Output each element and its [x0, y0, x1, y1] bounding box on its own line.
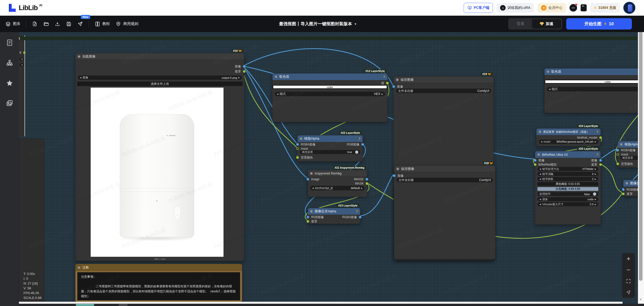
download-button[interactable]: [55, 21, 60, 27]
node-title-bar[interactable]: Inspyrenet Rembg: [308, 170, 367, 177]
slot-dot[interactable]: [616, 153, 619, 156]
slot-dot[interactable]: [361, 143, 364, 146]
slot-dot[interactable]: [599, 136, 602, 139]
node-graph-canvas[interactable]: ▶ ▶ 罩 #41 T: 0.00s I: 0 N: 27 [16] V: 56…: [0, 32, 638, 302]
notes-panel-button[interactable]: [5, 38, 14, 47]
slot-dot[interactable]: [366, 178, 368, 181]
slot-dot[interactable]: [296, 147, 299, 150]
membership-button[interactable]: ♥ 会员中心: [537, 3, 566, 13]
upload-button[interactable]: 选择文件上传: [77, 82, 243, 86]
recharge-button[interactable]: 31804 充值: [590, 3, 620, 13]
node-birefnet-ultra-v2-25[interactable]: #25 LayerStyleBiRefNet Ultra V2?图像图像BiRe…: [535, 151, 601, 225]
node-title-bar[interactable]: 保存图像: [394, 166, 495, 172]
node-title-bar[interactable]: 加载图像: [76, 53, 244, 60]
node-load-image-10[interactable]: #10加载图像图像遮罩◀图像output 5.png▶选择文件上传880 x 1…: [75, 53, 244, 261]
favorites-button[interactable]: [5, 79, 14, 87]
node-title-bar[interactable]: 图像合并Alpha?: [308, 208, 360, 215]
commercial-rules-button[interactable]: 商用规则: [115, 21, 138, 27]
new-file-button[interactable]: [32, 21, 38, 27]
gallery-button[interactable]: 图库: [5, 21, 20, 27]
slot-dot[interactable]: [359, 216, 361, 218]
node-title-bar[interactable]: 取色器: [544, 68, 638, 75]
widget-model[interactable]: ◀modelBiRefNet-general-epoch_244.pth▶: [539, 140, 598, 144]
node-tree-button[interactable]: [5, 59, 14, 67]
liblib-logo[interactable]: LibLib AI: [7, 3, 42, 13]
widget-细节消融[interactable]: ◀细节消融4▶: [537, 172, 598, 176]
node-title-bar[interactable]: 图像合并Alpha: [623, 180, 638, 187]
slot-dot[interactable]: [622, 193, 625, 195]
slot-dot[interactable]: [599, 159, 602, 162]
widget-Vitmatte最大尺寸[interactable]: ◀Vitmatte最大尺寸2.0▶: [537, 202, 598, 206]
horizontal-scrollbar[interactable]: [19, 302, 623, 304]
widget-图像[interactable]: ◀图像output 5.png▶: [78, 75, 242, 80]
scrollbar-thumb[interactable]: [639, 18, 642, 281]
generate-button[interactable]: 开始生图 10: [566, 18, 632, 30]
pc-client-button[interactable]: PC客户端: [464, 3, 493, 13]
fit-view-button[interactable]: [622, 276, 635, 286]
messages-button[interactable]: ⋯: [569, 4, 577, 12]
save-button[interactable]: [66, 21, 72, 27]
widget-模式[interactable]: ◀模式HEX▶: [547, 87, 638, 91]
threshold-bar[interactable]: 白色阈值: 0.99 0.99: [537, 187, 598, 191]
node-title-bar[interactable]: 移除Alpha: [618, 141, 638, 148]
pan-mode-button[interactable]: [622, 287, 635, 297]
node-remove-alpha-22[interactable]: #22 LayerStyle移除Alpha?RGBA图像RGB图像mask填充背…: [297, 135, 363, 162]
node-note[interactable]: 注释注意事项: 二号抠图和三号抠图带有抠图模型，抠图的效果需要看有些模型对某个东…: [75, 264, 242, 302]
widget-torchscript_jit[interactable]: ◀torchscript_jitdefault▶: [310, 186, 365, 190]
toggle-处理细节[interactable]: 处理细节false: [537, 192, 598, 196]
partial-widget[interactable]: ▶: [19, 63, 24, 66]
orders-button[interactable]: [581, 4, 587, 11]
mode-fast-tab[interactable]: 加速: [532, 19, 561, 29]
slot-dot[interactable]: [599, 163, 602, 166]
slot-dot[interactable]: [243, 70, 245, 73]
node-title-bar[interactable]: 移除Alpha?: [298, 135, 363, 142]
mode-normal-tab[interactable]: 普通: [509, 21, 532, 26]
slot-dot[interactable]: [386, 82, 389, 84]
slot-dot[interactable]: [392, 85, 395, 88]
color-swatch[interactable]: color: [545, 80, 638, 84]
slot-dot[interactable]: [393, 174, 395, 177]
user-avatar[interactable]: [623, 2, 635, 14]
node-load-birefnet-model-24[interactable]: #24 LayerStyle图层遮罩: 加载BiRefNet模型（高级）?bir…: [536, 128, 601, 146]
publish-button[interactable]: New: [77, 21, 83, 27]
node-save-image-18[interactable]: #18保存图像图像文件名前缀ComfyUI: [394, 165, 496, 259]
node-color-picker-right[interactable]: 取色器值color◀模式HEX▶: [544, 68, 638, 113]
open-folder-button[interactable]: [43, 21, 49, 27]
node-inspyrenet-rembg-21[interactable]: #21 Inspyrenet-RembgInspyrenet Rembgimag…: [308, 170, 367, 197]
slot-dot[interactable]: [243, 65, 245, 68]
node-title-bar[interactable]: 取色器?: [273, 73, 387, 80]
widget-模式[interactable]: ◀模式HEX▶: [275, 92, 385, 96]
train-lora-button[interactable]: ◇ 训练我的LoRA: [497, 3, 534, 13]
node-color-picker-12[interactable]: #12 LayerStyle取色器?值color◀模式HEX▶: [272, 73, 388, 122]
node-title-bar[interactable]: 图层遮罩: 加载BiRefNet模型（高级）?: [536, 129, 601, 135]
color-swatch[interactable]: color: [273, 85, 387, 89]
node-41-partial[interactable]: ▶ ▶ 罩: [19, 35, 25, 136]
workflow-title[interactable]: 最强抠图丨导入图片一键抠图封装版本 ▼: [279, 16, 357, 32]
widget-细节处理方法[interactable]: ◀细节处理方法VITMatte▶: [537, 167, 598, 171]
widget-文件名前缀[interactable]: 文件名前缀ComfyUI: [396, 89, 491, 93]
slot-dot[interactable]: [616, 163, 619, 165]
toggle-填充背景[interactable]: 填充背景true: [620, 156, 638, 160]
vertical-scrollbar[interactable]: ▼: [638, 16, 644, 306]
node-remove-alpha-right[interactable]: 移除AlphaRGBA图像RGB图像mask填充背景true背景颜色: [617, 141, 638, 168]
widget-设备[interactable]: ◀设备cuda▶: [537, 197, 598, 201]
slot-dot[interactable]: [296, 156, 299, 159]
node-merge-alpha-right[interactable]: 图像合并AlphaRGB图像RGBA图像遮罩: [623, 180, 638, 196]
slot-dot[interactable]: [23, 52, 26, 54]
toggle-填充背景[interactable]: 填充背景true: [300, 150, 360, 154]
widget-文件名前缀[interactable]: 文件名前缀ComfyUI: [397, 178, 493, 182]
zoom-in-button[interactable]: +: [622, 253, 635, 264]
assets-button[interactable]: [5, 99, 14, 108]
node-merge-alpha-23[interactable]: #23 LayerStyle图像合并Alpha?RGB图像RGBA图像遮罩: [308, 208, 360, 224]
zoom-out-button[interactable]: −: [622, 265, 635, 275]
slot-dot[interactable]: [366, 182, 368, 185]
node-title-bar[interactable]: 保存图像: [394, 76, 493, 83]
node-title-bar[interactable]: 注释: [76, 264, 242, 271]
threshold-bar[interactable]: 黑色阈值: 0.01 0.01: [537, 182, 598, 186]
widget-细节膨胀[interactable]: ◀细节膨胀2▶: [537, 177, 598, 181]
node-title-bar[interactable]: BiRefNet Ultra V2?: [535, 151, 601, 158]
scroll-down-icon[interactable]: ▼: [639, 298, 642, 301]
tutorial-button[interactable]: 教程: [94, 21, 110, 27]
slot-dot[interactable]: [307, 220, 309, 223]
partial-widget[interactable]: ▶: [19, 58, 24, 61]
